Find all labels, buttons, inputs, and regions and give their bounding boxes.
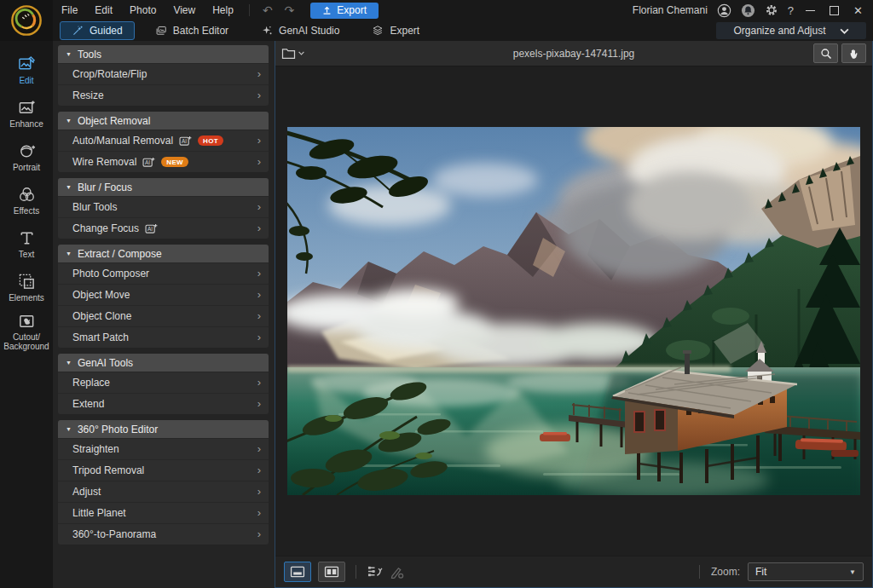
collapse-triangle-icon: ▼: [66, 251, 72, 257]
section-header-tools[interactable]: ▼Tools: [58, 45, 269, 63]
zoom-level-dropdown[interactable]: Fit ▼: [748, 562, 864, 581]
section-header-genai-tools[interactable]: ▼GenAI Tools: [58, 354, 269, 372]
sidebar-item-enhance[interactable]: Enhance: [0, 92, 53, 135]
adjustment-history-button[interactable]: [367, 565, 383, 579]
export-button[interactable]: Export: [310, 3, 379, 19]
tool-item-little-planet[interactable]: Little Planet›: [58, 502, 269, 523]
browse-folder-button[interactable]: [281, 48, 304, 60]
tool-item-crop-rotate-flip[interactable]: Crop/Rotate/Flip›: [58, 63, 269, 84]
tab-batch-editor[interactable]: Batch Editor: [143, 21, 240, 40]
organize-and-adjust-dropdown[interactable]: Organize and Adjust: [716, 22, 866, 39]
menu-view[interactable]: View: [165, 4, 204, 16]
tool-item-label: Smart Patch: [72, 331, 129, 343]
tool-item-extend[interactable]: Extend›: [58, 393, 269, 414]
chevron-right-icon: ›: [257, 135, 261, 146]
section-header-360-photo-editor[interactable]: ▼360° Photo Editor: [58, 420, 269, 438]
tab-label: Expert: [390, 25, 419, 37]
sidebar-item-text[interactable]: Text: [0, 222, 53, 266]
tab-expert[interactable]: Expert: [360, 21, 431, 40]
chevron-right-icon: ›: [257, 529, 261, 539]
sidebar-item-edit[interactable]: Edit: [0, 49, 53, 92]
sidebar-item-effects[interactable]: Effects: [0, 179, 53, 222]
photo-image[interactable]: [287, 127, 860, 495]
sidebar-item-label: Elements: [9, 293, 44, 303]
tool-item-resize[interactable]: Resize›: [58, 84, 269, 106]
tool-item-smart-patch[interactable]: Smart Patch›: [58, 326, 269, 348]
chevron-right-icon: ›: [257, 268, 261, 279]
menu-help[interactable]: Help: [204, 4, 242, 16]
effects-icon: [18, 186, 36, 204]
tool-item-label: Resize: [72, 89, 104, 101]
titlebar: FileEditPhotoViewHelp ↶ ↷ Export Florian…: [53, 0, 873, 20]
zoom-tool-button[interactable]: [813, 43, 838, 63]
cutout-icon: [18, 312, 36, 330]
tool-item-adjust[interactable]: Adjust›: [58, 481, 269, 502]
tool-item-blur-tools[interactable]: Blur Tools›: [58, 196, 269, 217]
tool-item-wire-removal[interactable]: Wire RemovalAINEW›: [58, 151, 269, 172]
tab-guided[interactable]: Guided: [60, 21, 135, 40]
chevron-right-icon: ›: [257, 223, 261, 233]
tab-genai-studio[interactable]: GenAI Studio: [249, 21, 351, 40]
compare-view-button[interactable]: [318, 562, 345, 582]
app-logo[interactable]: [0, 0, 53, 41]
magnifier-icon: [820, 48, 832, 60]
section-genai-tools: ▼GenAI ToolsReplace›Extend›: [58, 354, 269, 414]
tool-item-object-clone[interactable]: Object Clone›: [58, 305, 269, 326]
section-title: Object Removal: [78, 115, 150, 127]
sidebar-item-cutout[interactable]: Cutout/ Background: [0, 309, 53, 353]
menu-file[interactable]: File: [53, 4, 86, 16]
pan-tool-button[interactable]: [841, 43, 866, 63]
sidebar-item-elements[interactable]: Elements: [0, 266, 53, 309]
tool-item-object-move[interactable]: Object Move›: [58, 284, 269, 305]
tool-item-photo-composer[interactable]: Photo Composer›: [58, 262, 269, 284]
section-header-extract-compose[interactable]: ▼Extract / Compose: [58, 245, 269, 262]
tab-label: GenAI Studio: [279, 25, 339, 37]
tool-item-label: Blur Tools: [72, 201, 117, 213]
sidebar-item-label: Portrait: [13, 163, 40, 172]
section-title: GenAI Tools: [78, 357, 133, 369]
help-icon[interactable]: ?: [788, 4, 794, 17]
section-title: Blur / Focus: [78, 182, 132, 193]
edit-adjustments-button[interactable]: [390, 566, 404, 579]
collapse-triangle-icon: ▼: [66, 51, 72, 57]
close-icon[interactable]: ✕: [851, 4, 865, 17]
notifications-icon[interactable]: [741, 3, 755, 18]
tool-item-replace[interactable]: Replace›: [58, 372, 269, 393]
collapse-triangle-icon: ▼: [66, 360, 72, 366]
redo-icon[interactable]: ↷: [279, 4, 301, 16]
account-icon[interactable]: [717, 3, 731, 18]
tool-item-straighten[interactable]: Straighten›: [58, 438, 269, 459]
settings-gear-icon[interactable]: [765, 3, 778, 17]
badge-new: NEW: [161, 157, 188, 167]
wand-icon: [72, 25, 84, 37]
undo-icon[interactable]: ↶: [257, 4, 279, 16]
portrait-icon: [18, 142, 36, 160]
section-object-removal: ▼Object RemovalAuto/Manual RemovalAIHOT›…: [58, 112, 269, 172]
tool-item-change-focus[interactable]: Change FocusAI›: [58, 217, 269, 239]
tool-item-auto-manual-removal[interactable]: Auto/Manual RemovalAIHOT›: [58, 130, 269, 151]
menu-photo[interactable]: Photo: [121, 4, 165, 16]
ai-plus-icon: AI: [179, 135, 192, 146]
expert-icon: [372, 25, 384, 37]
batch-icon: [155, 25, 167, 37]
menu-edit[interactable]: Edit: [86, 4, 121, 16]
titlebar-right: Florian Chemani ? ✕: [633, 3, 873, 18]
tab-label: Batch Editor: [173, 25, 228, 37]
sidebar-item-label: Effects: [14, 206, 39, 216]
maximize-icon[interactable]: [830, 6, 839, 15]
hand-icon: [848, 48, 859, 60]
badge-hot: HOT: [198, 135, 223, 146]
zoom-controls: Zoom: Fit ▼: [696, 562, 864, 581]
text-icon: [18, 229, 36, 247]
section-header-object-removal[interactable]: ▼Object Removal: [58, 112, 269, 130]
section-header-blur-focus[interactable]: ▼Blur / Focus: [58, 178, 269, 196]
editing-canvas[interactable]: [275, 66, 872, 556]
user-name: Florian Chemani: [633, 4, 708, 16]
sidebar-item-portrait[interactable]: Portrait: [0, 135, 53, 179]
tool-item-360-to-panorama[interactable]: 360°-to-Panorama›: [58, 523, 269, 545]
tool-item-tripod-removal[interactable]: Tripod Removal›: [58, 459, 269, 481]
section-blur-focus: ▼Blur / FocusBlur Tools›Change FocusAI›: [58, 178, 269, 239]
ai-plus-icon: AI: [142, 157, 155, 167]
minimize-icon[interactable]: [806, 10, 815, 11]
single-view-button[interactable]: [284, 562, 311, 582]
